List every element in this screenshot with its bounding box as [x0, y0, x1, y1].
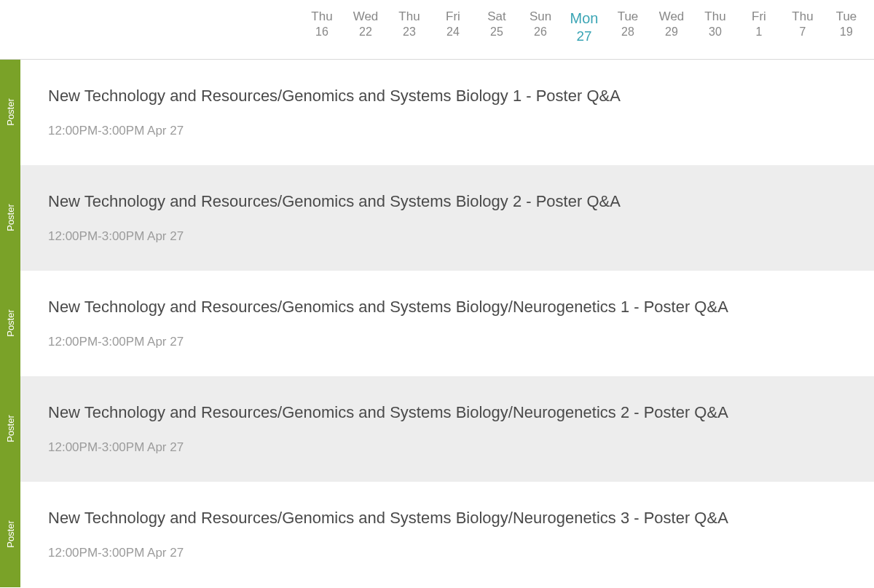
date-dow: Sat — [475, 9, 519, 25]
date-dom: 27 — [562, 28, 606, 46]
session-title: New Technology and Resources/Genomics an… — [48, 191, 854, 212]
session-type-tag: Poster — [0, 376, 20, 482]
date-dom: 16 — [300, 25, 344, 40]
date-tab-19[interactable]: Tue19 — [824, 9, 868, 46]
date-dow: Thu — [387, 9, 431, 25]
date-dom: 26 — [519, 25, 562, 40]
session-time: 12:00PM-3:00PM Apr 27 — [48, 335, 854, 349]
date-dow: Wed — [650, 9, 693, 25]
date-tab-16[interactable]: Thu16 — [300, 9, 344, 46]
date-dom: 24 — [431, 25, 475, 40]
date-dow: Thu — [781, 9, 824, 25]
date-tab-24[interactable]: Fri24 — [431, 9, 475, 46]
session-content: New Technology and Resources/Genomics an… — [20, 376, 874, 482]
date-tab-27[interactable]: Mon27 — [562, 9, 606, 46]
session-time: 12:00PM-3:00PM Apr 27 — [48, 440, 854, 455]
session-content: New Technology and Resources/Genomics an… — [20, 165, 874, 271]
date-dom: 7 — [781, 25, 824, 40]
session-row[interactable]: PosterNew Technology and Resources/Genom… — [0, 482, 874, 587]
date-dow: Mon — [562, 9, 606, 28]
date-dow: Thu — [300, 9, 344, 25]
session-content: New Technology and Resources/Genomics an… — [20, 271, 874, 376]
session-type-tag: Poster — [0, 60, 20, 165]
session-title: New Technology and Resources/Genomics an… — [48, 297, 854, 317]
session-title: New Technology and Resources/Genomics an… — [48, 508, 854, 528]
date-dow: Fri — [431, 9, 475, 25]
date-dow: Tue — [824, 9, 868, 25]
date-dow: Tue — [606, 9, 650, 25]
date-dom: 29 — [650, 25, 693, 40]
date-dom: 22 — [344, 25, 387, 40]
date-tab-22[interactable]: Wed22 — [344, 9, 387, 46]
date-tab-28[interactable]: Tue28 — [606, 9, 650, 46]
date-tab-23[interactable]: Thu23 — [387, 9, 431, 46]
date-navigation: Thu16Wed22Thu23Fri24Sat25Sun26Mon27Tue28… — [0, 0, 874, 60]
session-type-tag: Poster — [0, 165, 20, 271]
date-dom: 25 — [475, 25, 519, 40]
session-row[interactable]: PosterNew Technology and Resources/Genom… — [0, 376, 874, 482]
session-type-tag: Poster — [0, 271, 20, 376]
session-row[interactable]: PosterNew Technology and Resources/Genom… — [0, 165, 874, 271]
date-dom: 28 — [606, 25, 650, 40]
session-type-label: Poster — [5, 520, 16, 548]
sessions-list: PosterNew Technology and Resources/Genom… — [0, 60, 874, 587]
session-type-label: Poster — [5, 204, 16, 231]
date-dow: Sun — [519, 9, 562, 25]
session-type-tag: Poster — [0, 482, 20, 587]
session-title: New Technology and Resources/Genomics an… — [48, 86, 854, 106]
date-dom: 19 — [824, 25, 868, 40]
date-dom: 23 — [387, 25, 431, 40]
date-dow: Fri — [737, 9, 781, 25]
session-type-label: Poster — [5, 309, 16, 337]
date-dow: Thu — [693, 9, 737, 25]
date-tab-26[interactable]: Sun26 — [519, 9, 562, 46]
session-time: 12:00PM-3:00PM Apr 27 — [48, 124, 854, 138]
session-type-label: Poster — [5, 415, 16, 442]
date-tab-30[interactable]: Thu30 — [693, 9, 737, 46]
date-tab-25[interactable]: Sat25 — [475, 9, 519, 46]
date-dom: 1 — [737, 25, 781, 40]
session-row[interactable]: PosterNew Technology and Resources/Genom… — [0, 60, 874, 165]
session-type-label: Poster — [5, 98, 16, 126]
session-content: New Technology and Resources/Genomics an… — [20, 60, 874, 165]
session-time: 12:00PM-3:00PM Apr 27 — [48, 546, 854, 560]
date-dom: 30 — [693, 25, 737, 40]
session-row[interactable]: PosterNew Technology and Resources/Genom… — [0, 271, 874, 376]
date-tab-29[interactable]: Wed29 — [650, 9, 693, 46]
date-dow: Wed — [344, 9, 387, 25]
session-title: New Technology and Resources/Genomics an… — [48, 402, 854, 423]
date-tab-7[interactable]: Thu7 — [781, 9, 824, 46]
session-time: 12:00PM-3:00PM Apr 27 — [48, 229, 854, 244]
date-tab-1[interactable]: Fri1 — [737, 9, 781, 46]
session-content: New Technology and Resources/Genomics an… — [20, 482, 874, 587]
